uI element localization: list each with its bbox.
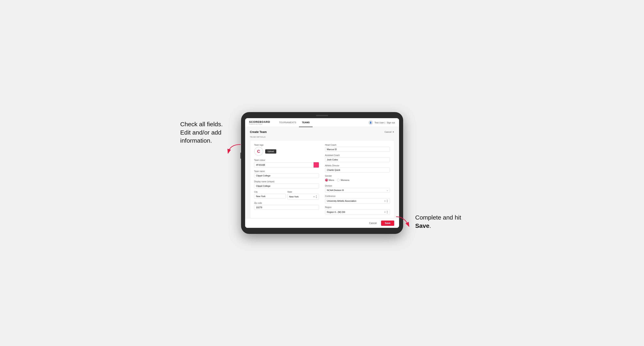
tablet-frame: SCOREBOARD Powered by clippd TOURNAMENTS… xyxy=(241,112,403,234)
athletic-director-input[interactable] xyxy=(325,168,390,173)
state-select[interactable]: New York ✕ ▲ ▼ xyxy=(288,194,319,199)
conference-clear-icon[interactable]: ✕ xyxy=(384,200,386,202)
left-column: Team logo C Upload Team colour xyxy=(254,144,319,215)
region-label: Region xyxy=(325,206,390,208)
state-label: State xyxy=(288,191,319,193)
head-coach-label: Head Coach xyxy=(325,144,390,146)
team-colour-label: Team colour xyxy=(254,159,319,161)
zip-label: Zip code xyxy=(254,202,319,204)
state-value: New York xyxy=(289,195,298,198)
navbar: SCOREBOARD Powered by clippd TOURNAMENTS… xyxy=(245,118,399,127)
mens-radio-dot xyxy=(325,179,328,181)
user-avatar: 👤 xyxy=(368,120,373,125)
gender-radio-group: Mens Womens xyxy=(325,178,390,182)
region-clear-icon[interactable]: ✕ xyxy=(384,211,386,213)
gender-label: Gender xyxy=(325,175,390,177)
save-button[interactable]: Save xyxy=(381,220,394,226)
team-logo-field: Team logo C Upload xyxy=(254,144,319,157)
color-input-row xyxy=(254,162,319,168)
athletic-director-field: Athletic Director xyxy=(325,165,390,173)
form-panel: Team logo C Upload Team colour xyxy=(250,141,394,218)
section-label: TEAM DETAILS xyxy=(250,136,394,138)
main-content: Create Team Cancel ✕ TEAM DETAILS xyxy=(245,127,399,228)
color-text-input[interactable] xyxy=(254,163,314,167)
close-icon: ✕ xyxy=(392,131,394,133)
conference-field: Conference University Athletic Associati… xyxy=(325,195,390,204)
conference-arrows: ▲ ▼ xyxy=(386,199,388,203)
division-label: Division xyxy=(325,185,390,187)
team-name-input[interactable] xyxy=(254,173,319,178)
color-swatch[interactable] xyxy=(314,162,319,168)
gender-field: Gender Mens Womens xyxy=(325,175,390,182)
nav-links: TOURNAMENTS TEAMS xyxy=(276,118,368,127)
city-input[interactable] xyxy=(254,194,286,199)
zip-code-field: Zip code xyxy=(254,202,319,210)
womens-label: Womens xyxy=(340,179,349,181)
brand-title: SCOREBOARD xyxy=(249,120,270,123)
brand: SCOREBOARD Powered by clippd xyxy=(249,120,270,125)
page-header: Create Team Cancel ✕ xyxy=(250,130,394,134)
head-coach-field: Head Coach xyxy=(325,144,390,152)
mens-label: Mens xyxy=(329,179,334,181)
upload-button[interactable]: Upload xyxy=(265,149,276,154)
team-colour-field: Team colour xyxy=(254,159,319,168)
nav-item-tournaments[interactable]: TOURNAMENTS xyxy=(276,118,299,127)
tablet-screen: SCOREBOARD Powered by clippd TOURNAMENTS… xyxy=(245,118,399,228)
team-name-label: Team name xyxy=(254,170,319,173)
cancel-top-button[interactable]: Cancel ✕ xyxy=(384,131,394,133)
head-coach-input[interactable] xyxy=(325,147,390,152)
city-label: City xyxy=(254,191,286,193)
instruction-left-text: Check all fields. Edit and/or add inform… xyxy=(180,120,229,145)
display-name-field: Display name (unique) xyxy=(254,180,319,188)
conference-select[interactable]: University Athletic Association ✕ ▲ ▼ xyxy=(325,198,390,204)
region-value: Region II - (M) DIII xyxy=(327,211,345,213)
cancel-button[interactable]: Cancel xyxy=(367,220,379,226)
assistant-coach-field: Assistant Coach xyxy=(325,154,390,162)
gender-mens-option[interactable]: Mens xyxy=(325,179,334,181)
nav-item-teams[interactable]: TEAMS xyxy=(299,118,312,127)
state-field: State New York ✕ ▲ ▼ xyxy=(288,191,319,199)
right-column: Head Coach Assistant Coach Athletic Dire… xyxy=(325,144,390,215)
zip-input[interactable] xyxy=(254,205,319,210)
division-field: Division NCAA Division III xyxy=(325,185,390,193)
division-select-wrapper: NCAA Division III xyxy=(325,188,390,193)
display-name-input[interactable] xyxy=(254,183,319,188)
city-state-field: City State New York ✕ xyxy=(254,191,319,199)
assistant-coach-input[interactable] xyxy=(325,157,390,162)
logo-circle: C xyxy=(254,147,263,156)
state-clear-icon[interactable]: ✕ xyxy=(313,196,315,198)
arrow-right-indicator xyxy=(394,216,410,228)
user-label: Test User | xyxy=(374,121,385,124)
instruction-right-text: Complete and hit Save. xyxy=(415,213,464,230)
form-grid: Team logo C Upload Team colour xyxy=(254,144,390,215)
page-title: Create Team xyxy=(250,130,267,134)
team-name-field: Team name xyxy=(254,170,319,178)
logo-section: C Upload xyxy=(254,147,319,156)
conference-label: Conference xyxy=(325,195,390,197)
city-state-row: City State New York ✕ xyxy=(254,191,319,199)
team-logo-label: Team logo xyxy=(254,144,319,146)
conference-value: University Athletic Association xyxy=(327,200,356,202)
womens-radio-dot xyxy=(337,179,340,181)
region-select[interactable]: Region II - (M) DIII ✕ ▲ ▼ xyxy=(325,209,390,215)
display-name-label: Display name (unique) xyxy=(254,180,319,183)
division-select[interactable]: NCAA Division III xyxy=(325,188,390,193)
sign-out-link[interactable]: Sign out xyxy=(387,121,395,124)
form-footer: Cancel Save xyxy=(245,218,399,228)
state-arrows: ▲ ▼ xyxy=(316,195,317,198)
brand-subtitle: Powered by clippd xyxy=(249,123,270,125)
arrow-left-indicator xyxy=(226,144,243,154)
assistant-coach-label: Assistant Coach xyxy=(325,154,390,157)
region-arrows: ▲ ▼ xyxy=(386,210,388,214)
athletic-director-label: Athletic Director xyxy=(325,165,390,167)
gender-womens-option[interactable]: Womens xyxy=(337,179,349,181)
city-field: City xyxy=(254,191,286,199)
nav-right: 👤 Test User | Sign out xyxy=(368,120,395,125)
region-field: Region Region II - (M) DIII ✕ ▲ xyxy=(325,206,390,215)
